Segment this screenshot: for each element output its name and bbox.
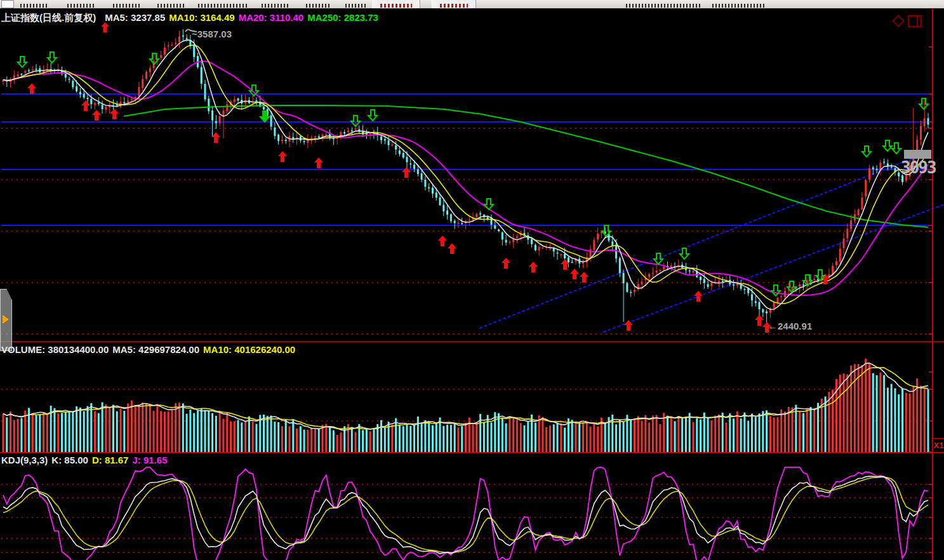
volume-legend: VOLUME: 380134400.00MA5: 429697824.00MA1…	[1, 344, 299, 355]
main-chart-legend: 上证指数(日线.前复权)MA5: 3237.85MA10: 3164.49MA2…	[1, 12, 382, 24]
kdj-name: KDJ(9,3,3)	[1, 455, 48, 465]
volume-readout: VOLUME: 380134400.00	[1, 344, 109, 355]
ma20-readout: MA20: 3110.40	[239, 12, 304, 23]
panel-expander[interactable]	[0, 289, 12, 351]
menu-item[interactable]	[67, 4, 95, 8]
app-logo-icon[interactable]	[1, 0, 14, 8]
menu-item[interactable]	[626, 4, 702, 8]
menu-item-red	[440, 4, 468, 8]
menu-button-highlight[interactable]	[372, 0, 420, 8]
menu-item[interactable]	[198, 4, 248, 8]
kdj-legend: KDJ(9,3,3)K: 85.00D: 81.67J: 91.65	[1, 455, 171, 465]
menu-item[interactable]	[262, 4, 289, 8]
expand-arrow-icon	[3, 315, 9, 324]
menu-item[interactable]	[157, 4, 185, 8]
peak-price-label: ~3587.03	[192, 29, 232, 39]
app-window: 上证指数(日线.前复权)MA5: 3237.85MA10: 3164.49MA2…	[0, 0, 944, 560]
kdj-d-readout: D: 81.67	[92, 455, 129, 465]
volume-ma5-readout: MA5: 429697824.00	[112, 344, 199, 355]
stock-chart-canvas[interactable]	[0, 9, 944, 560]
kdj-j-readout: J: 91.65	[132, 455, 167, 465]
price-tag-box	[904, 150, 931, 159]
menu-item[interactable]	[306, 4, 331, 8]
kdj-k-readout: K: 85.00	[51, 455, 88, 465]
current-price-label: 3093	[901, 158, 936, 177]
split-window-icon[interactable]	[908, 16, 921, 27]
menu-item[interactable]	[345, 4, 366, 8]
ma5-readout: MA5: 3237.85	[105, 12, 165, 23]
diamond-icon[interactable]	[893, 16, 904, 27]
menu-item[interactable]	[712, 4, 764, 8]
menu-button-highlight[interactable]	[432, 0, 476, 8]
ma250-readout: MA250: 2823.73	[307, 12, 378, 23]
menu-item[interactable]	[113, 4, 141, 8]
chart-area[interactable]: 上证指数(日线.前复权)MA5: 3237.85MA10: 3164.49MA2…	[0, 9, 944, 560]
volume-ma10-readout: MA10: 401626240.00	[203, 344, 295, 355]
pane-corner-icons	[889, 14, 927, 30]
volume-unit-label: X1	[933, 438, 944, 453]
menu-item[interactable]	[20, 4, 48, 8]
symbol-title: 上证指数(日线.前复权)	[1, 12, 96, 23]
low-price-label: ←2440.91	[768, 321, 812, 331]
toolbar	[0, 0, 944, 10]
ma10-readout: MA10: 3164.49	[169, 12, 234, 23]
menu-item-red	[380, 4, 412, 8]
